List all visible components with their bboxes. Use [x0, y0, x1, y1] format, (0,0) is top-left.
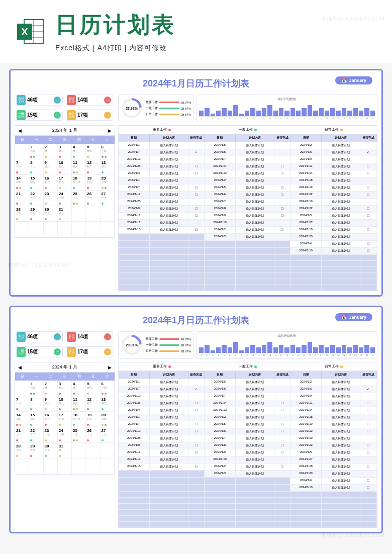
task-cell[interactable]	[150, 241, 188, 247]
task-cell[interactable]: 输入具体计划	[150, 213, 188, 219]
task-cell[interactable]: 输入具体计划	[236, 435, 274, 442]
task-cell[interactable]	[236, 279, 274, 285]
task-cell[interactable]: 输入具体计划	[236, 227, 274, 233]
task-cell[interactable]: ☐	[274, 492, 290, 497]
task-cell[interactable]: 输入具体计划	[322, 379, 360, 386]
task-cell[interactable]	[150, 471, 188, 477]
task-cell[interactable]: 输入具体计划	[322, 234, 360, 240]
task-cell[interactable]: 输入具体计划	[150, 379, 188, 386]
task-cell[interactable]: 输入具体计划	[236, 234, 274, 240]
task-cell[interactable]	[290, 510, 322, 515]
calendar-cell[interactable]: 10廿九	[58, 159, 72, 175]
task-cell[interactable]: 2024/1/6	[205, 428, 236, 435]
task-cell[interactable]: 2024/1/25	[119, 435, 150, 442]
task-cell[interactable]: 2024/1/5	[290, 213, 322, 219]
task-cell[interactable]	[188, 199, 205, 205]
task-cell[interactable]: 2024/1/9	[205, 449, 236, 456]
calendar-cell[interactable]: 8廿七	[29, 159, 43, 175]
calendar-cell[interactable]: 19初九	[86, 175, 100, 191]
task-cell[interactable]	[290, 273, 322, 279]
cal-next[interactable]: ▶	[108, 128, 112, 133]
task-cell[interactable]: 输入具体计划	[236, 156, 274, 163]
task-cell[interactable]	[150, 510, 188, 515]
task-cell[interactable]: ☐	[188, 248, 205, 254]
task-cell[interactable]: 输入具体计划	[150, 156, 188, 163]
task-cell[interactable]: 输入具体计划	[322, 241, 360, 247]
task-cell[interactable]: 输入具体计划	[322, 456, 360, 463]
task-cell[interactable]: 输入具体计划	[236, 379, 274, 386]
task-cell[interactable]	[119, 522, 150, 527]
calendar-cell[interactable]: 6小寒	[101, 381, 115, 396]
task-cell[interactable]: 2024/1/10	[290, 199, 322, 205]
task-cell[interactable]: ☐	[274, 267, 290, 272]
calendar-cell[interactable]	[72, 206, 86, 222]
task-cell[interactable]: ☐	[274, 522, 290, 527]
task-cell[interactable]	[150, 522, 188, 527]
task-cell[interactable]: 2024/1/18	[290, 177, 322, 184]
task-cell[interactable]: 2024/1/18	[290, 227, 322, 233]
task-cell[interactable]: 2024/1/7	[119, 184, 150, 191]
task-cell[interactable]: 输入具体计划	[322, 464, 360, 470]
task-cell[interactable]: 2024/1/7	[205, 393, 236, 400]
task-cell[interactable]: 输入具体计划	[236, 184, 274, 191]
task-cell[interactable]	[274, 199, 290, 205]
task-cell[interactable]	[360, 414, 376, 421]
task-cell[interactable]	[205, 279, 236, 285]
task-cell[interactable]	[188, 156, 205, 163]
task-cell[interactable]	[150, 285, 188, 291]
task-cell[interactable]: 2024/1/6	[290, 149, 322, 156]
task-cell[interactable]: ☐	[188, 273, 205, 279]
task-cell[interactable]	[274, 220, 290, 226]
task-cell[interactable]: 2024/1/8	[205, 206, 236, 212]
task-cell[interactable]	[360, 435, 376, 442]
task-cell[interactable]	[360, 471, 376, 477]
calendar-cell[interactable]: 21十一	[15, 191, 29, 206]
task-cell[interactable]: ☐	[360, 421, 376, 428]
task-cell[interactable]	[360, 142, 376, 149]
calendar-cell[interactable]	[15, 458, 29, 474]
task-cell[interactable]: 输入具体计划	[322, 435, 360, 442]
calendar-cell[interactable]: 26十六	[86, 191, 100, 206]
task-cell[interactable]: ☐	[274, 464, 290, 470]
task-cell[interactable]	[322, 504, 360, 509]
calendar-cell[interactable]: 2廿一	[44, 144, 58, 159]
task-cell[interactable]: ☐	[360, 400, 376, 407]
task-cell[interactable]: 输入具体计划	[236, 421, 274, 428]
calendar-cell[interactable]	[29, 458, 43, 474]
task-cell[interactable]: 2024/1/13	[119, 428, 150, 435]
task-cell[interactable]: 输入具体计划	[322, 442, 360, 449]
task-cell[interactable]	[150, 267, 188, 272]
calendar-cell[interactable]: 22十二	[29, 427, 43, 443]
calendar-cell[interactable]: 30二十	[44, 443, 58, 458]
task-cell[interactable]	[205, 273, 236, 279]
calendar-cell[interactable]: 13初三	[101, 159, 115, 175]
task-cell[interactable]: 输入具体计划	[322, 449, 360, 456]
task-cell[interactable]: ☐	[360, 522, 376, 527]
calendar-cell[interactable]: 18腊八节	[72, 412, 86, 427]
task-cell[interactable]	[205, 255, 236, 260]
task-cell[interactable]: 2024/1/10	[290, 248, 322, 254]
task-cell[interactable]	[322, 279, 360, 285]
task-cell[interactable]	[236, 273, 274, 279]
task-cell[interactable]: 输入具体计划	[236, 213, 274, 219]
task-cell[interactable]: 2024/1/10	[205, 456, 236, 463]
task-cell[interactable]: 2024/1/6	[290, 478, 322, 484]
cal-prev[interactable]: ◀	[18, 128, 22, 133]
task-cell[interactable]: 输入具体计划	[322, 149, 360, 156]
task-cell[interactable]: ☐	[188, 449, 205, 456]
task-cell[interactable]: 输入具体计划	[322, 386, 360, 393]
task-cell[interactable]	[322, 510, 360, 515]
task-cell[interactable]	[119, 510, 150, 515]
task-cell[interactable]	[150, 504, 188, 509]
task-cell[interactable]: 输入具体计划	[150, 464, 188, 470]
task-cell[interactable]: 2024/1/14	[290, 407, 322, 414]
task-cell[interactable]: 输入具体计划	[236, 386, 274, 393]
calendar-cell[interactable]: 20大寒	[101, 412, 115, 427]
task-cell[interactable]	[322, 498, 360, 503]
task-cell[interactable]: ☐	[188, 492, 205, 497]
task-cell[interactable]: ☐	[360, 206, 376, 212]
task-cell[interactable]	[236, 478, 274, 484]
calendar-cell[interactable]: 16初六	[44, 412, 58, 427]
task-cell[interactable]: ☐	[274, 400, 290, 407]
task-cell[interactable]	[290, 504, 322, 509]
